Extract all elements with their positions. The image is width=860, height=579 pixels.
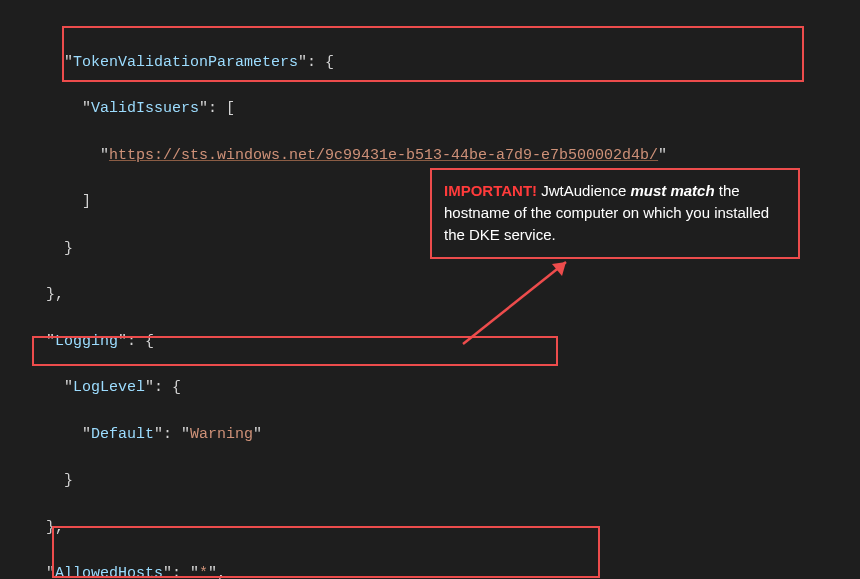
code-line: }	[28, 469, 860, 492]
code-line: "AllowedHosts": "*",	[28, 562, 860, 579]
code-line: "TokenValidationParameters": {	[28, 51, 860, 74]
code-line: },	[28, 516, 860, 539]
callout-important: IMPORTANT!	[444, 182, 537, 199]
code-editor[interactable]: "TokenValidationParameters": { "ValidIss…	[0, 0, 860, 579]
code-line: "ValidIssuers": [	[28, 97, 860, 120]
callout-emphasis: must match	[630, 182, 714, 199]
code-line: },	[28, 283, 860, 306]
annotation-callout: IMPORTANT! JwtAudience must match the ho…	[430, 168, 800, 259]
callout-text: JwtAudience	[537, 182, 630, 199]
code-line: "Default": "Warning"	[28, 423, 860, 446]
code-line: "https://sts.windows.net/9c99431e-b513-4…	[28, 144, 860, 167]
svg-marker-1	[552, 262, 566, 276]
code-line: "LogLevel": {	[28, 376, 860, 399]
code-line: "Logging": {	[28, 330, 860, 353]
